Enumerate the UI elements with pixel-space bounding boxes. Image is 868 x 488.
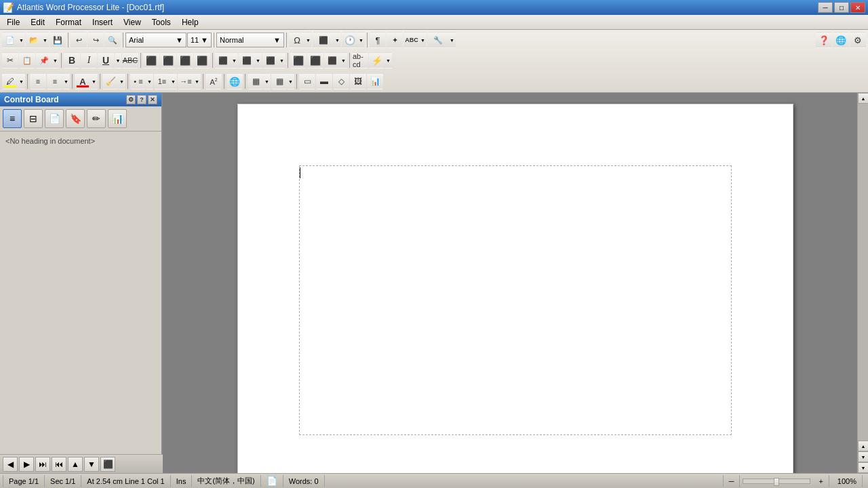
scroll-up-button[interactable]: ▲ bbox=[858, 93, 868, 104]
tools2-button[interactable]: 🔧 bbox=[427, 32, 449, 48]
paste-dropdown[interactable]: ▼ bbox=[52, 52, 59, 68]
table4-button[interactable]: ▦ bbox=[248, 73, 264, 89]
indent-button[interactable]: →≡ bbox=[178, 73, 194, 89]
italic-button[interactable]: I bbox=[81, 52, 97, 68]
lines-btn2[interactable]: ≡ bbox=[47, 73, 63, 89]
menu-edit[interactable]: Edit bbox=[25, 16, 50, 29]
help-button[interactable]: ❓ bbox=[816, 32, 832, 48]
copy-button[interactable]: 📋 bbox=[19, 52, 35, 68]
special-char-dropdown[interactable]: ▼ bbox=[305, 32, 312, 48]
menu-view[interactable]: View bbox=[118, 16, 146, 29]
nav-extra-button[interactable]: ⬛ bbox=[100, 457, 115, 472]
nav-up-button[interactable]: ▲ bbox=[68, 457, 83, 472]
zoom-thumb[interactable] bbox=[774, 478, 779, 486]
insert-symbol-dropdown[interactable]: ▼ bbox=[334, 32, 341, 48]
lines-button[interactable]: ≡ bbox=[30, 73, 46, 89]
nav-next-button[interactable]: ▶ bbox=[19, 457, 34, 472]
open-dropdown[interactable]: ▼ bbox=[42, 32, 49, 48]
zoom-minus[interactable]: ─ bbox=[723, 475, 741, 487]
numbering-button[interactable]: 1≡ bbox=[154, 73, 170, 89]
font-color-button[interactable]: A bbox=[75, 73, 91, 89]
copy-format-dropdown[interactable]: ▼ bbox=[231, 52, 238, 68]
paste-format-dropdown[interactable]: ▼ bbox=[255, 52, 262, 68]
sidebar-icon-bookmarks[interactable]: 🔖 bbox=[66, 109, 85, 128]
new-button[interactable]: 📄 bbox=[2, 32, 18, 48]
cut-button[interactable]: ✂ bbox=[2, 52, 18, 68]
highlight-button[interactable]: 🖊 bbox=[2, 73, 18, 89]
menu-help[interactable]: Help bbox=[176, 16, 204, 29]
status-insert-mode[interactable]: Ins bbox=[171, 475, 193, 487]
superscript-button[interactable]: A2 bbox=[205, 73, 222, 89]
zoom-plus[interactable]: + bbox=[813, 475, 829, 487]
bold-button[interactable]: B bbox=[64, 52, 80, 68]
zoom-slider[interactable] bbox=[743, 479, 810, 484]
table3-button[interactable]: ⬛ bbox=[324, 52, 340, 68]
save-button[interactable]: 💾 bbox=[50, 32, 66, 48]
sidebar-icon-notes[interactable]: ✏ bbox=[87, 109, 106, 128]
online-button[interactable]: 🌐 bbox=[833, 32, 849, 48]
nav-prev-button[interactable]: ◀ bbox=[3, 457, 18, 472]
table-button[interactable]: ⬛ bbox=[290, 52, 307, 68]
shape-button[interactable]: ◇ bbox=[333, 73, 349, 89]
chart-button[interactable]: 📊 bbox=[367, 73, 383, 89]
bullet-button[interactable]: • ≡ bbox=[130, 73, 146, 89]
menu-insert[interactable]: Insert bbox=[87, 16, 118, 29]
numbering-dropdown[interactable]: ▼ bbox=[170, 73, 177, 89]
frame2-button[interactable]: ▬ bbox=[316, 73, 332, 89]
indent-dropdown[interactable]: ▼ bbox=[194, 73, 201, 89]
format-dropdown3[interactable]: ▼ bbox=[279, 52, 285, 68]
font-selector[interactable]: Arial ▼ bbox=[125, 33, 186, 47]
scroll-prev-page[interactable]: ▲ bbox=[858, 441, 868, 451]
font-size-selector[interactable]: 11 ▼ bbox=[187, 33, 212, 47]
align-center-button[interactable]: ⬛ bbox=[160, 52, 176, 68]
nav-first-button[interactable]: ⏭ bbox=[35, 457, 50, 472]
menu-tools[interactable]: Tools bbox=[146, 16, 176, 29]
paragraph-marks-button[interactable]: ¶ bbox=[370, 32, 386, 48]
nav-last-button[interactable]: ⏮ bbox=[52, 457, 66, 472]
strikethrough-button[interactable]: ABC bbox=[122, 52, 138, 68]
format-btn3[interactable]: ⬛ bbox=[262, 52, 279, 68]
lines-dropdown2[interactable]: ▼ bbox=[63, 73, 70, 89]
undo-button[interactable]: ↩ bbox=[71, 32, 87, 48]
close-button[interactable]: ✕ bbox=[850, 2, 865, 13]
paste-format-button[interactable]: ⬛ bbox=[239, 52, 255, 68]
eraser-dropdown[interactable]: ▼ bbox=[119, 73, 125, 89]
tools2-dropdown[interactable]: ▼ bbox=[449, 32, 456, 48]
sidebar-help-btn[interactable]: ? bbox=[137, 95, 146, 104]
sidebar-icon-navigator[interactable]: 📄 bbox=[45, 109, 64, 128]
find-button[interactable]: 🔍 bbox=[104, 32, 121, 48]
sidebar-close-btn[interactable]: ✕ bbox=[148, 95, 157, 104]
table2-button[interactable]: ⬛ bbox=[307, 52, 323, 68]
sidebar-icon-outline[interactable]: ≡ bbox=[3, 109, 22, 128]
table5-button[interactable]: ▦ bbox=[271, 73, 288, 89]
status-view-icon[interactable]: 📄 bbox=[261, 475, 283, 487]
bullet-dropdown[interactable]: ▼ bbox=[146, 73, 153, 89]
new-dropdown[interactable]: ▼ bbox=[18, 32, 25, 48]
open-button[interactable]: 📂 bbox=[26, 32, 42, 48]
abc-dropdown[interactable]: ▼ bbox=[420, 32, 427, 48]
table4-dropdown[interactable]: ▼ bbox=[264, 73, 271, 89]
menu-file[interactable]: File bbox=[1, 16, 25, 29]
lightning-button[interactable]: ⚡ bbox=[369, 52, 385, 68]
align-left-button[interactable]: ⬛ bbox=[143, 52, 159, 68]
style-selector[interactable]: Normal ▼ bbox=[216, 33, 284, 47]
abc-check-button[interactable]: ABC bbox=[403, 32, 420, 48]
paste-button[interactable]: 📌 bbox=[36, 52, 52, 68]
insert-symbol-button[interactable]: ⬛ bbox=[313, 32, 334, 48]
special-char-button[interactable]: Ω bbox=[289, 32, 305, 48]
show-all-button[interactable]: ✦ bbox=[387, 32, 403, 48]
time-button[interactable]: 🕐 bbox=[342, 32, 358, 48]
scroll-down-button[interactable]: ▼ bbox=[858, 462, 868, 473]
nav-down-button[interactable]: ▼ bbox=[84, 457, 99, 472]
align-right-button[interactable]: ⬛ bbox=[177, 52, 193, 68]
eraser-button[interactable]: 🧹 bbox=[102, 73, 119, 89]
sidebar-icon-stats[interactable]: 📊 bbox=[108, 109, 127, 128]
redo-button[interactable]: ↪ bbox=[87, 32, 104, 48]
web-button[interactable]: 🌐 bbox=[226, 73, 243, 89]
image-button[interactable]: 🖼 bbox=[350, 73, 366, 89]
table3-dropdown[interactable]: ▼ bbox=[340, 52, 347, 68]
document-page[interactable] bbox=[237, 104, 793, 473]
table5-dropdown[interactable]: ▼ bbox=[288, 73, 294, 89]
time-dropdown[interactable]: ▼ bbox=[358, 32, 365, 48]
justify-button[interactable]: ⬛ bbox=[194, 52, 210, 68]
